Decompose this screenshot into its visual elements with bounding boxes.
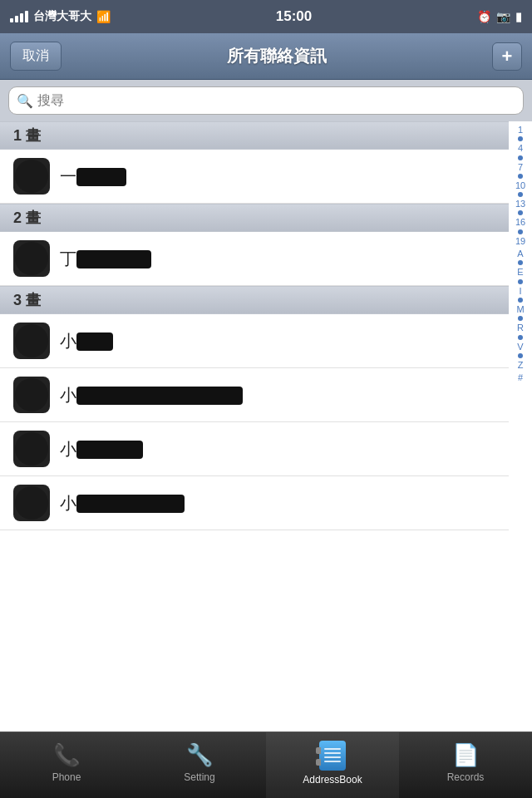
avatar bbox=[13, 158, 50, 195]
index-item[interactable] bbox=[518, 174, 523, 179]
nav-bar: 取消 所有聯絡資訊 + bbox=[0, 33, 532, 80]
add-contact-button[interactable]: + bbox=[492, 42, 522, 71]
redacted-name bbox=[76, 250, 151, 268]
avatar bbox=[13, 323, 50, 359]
index-item[interactable]: V bbox=[512, 341, 529, 352]
book-lines bbox=[324, 748, 341, 762]
index-item[interactable]: R bbox=[512, 322, 529, 333]
contact-name: 小 bbox=[60, 492, 185, 515]
avatar bbox=[13, 485, 50, 521]
index-item[interactable]: 1 bbox=[512, 124, 529, 135]
index-item[interactable] bbox=[518, 155, 523, 160]
tab-setting-label: Setting bbox=[184, 771, 214, 783]
index-item[interactable] bbox=[518, 136, 523, 141]
index-item[interactable]: 10 bbox=[512, 180, 529, 191]
status-right: ⏰ 📷 ▮ bbox=[477, 10, 522, 23]
index-item[interactable] bbox=[518, 192, 523, 197]
carrier-label: 台灣大哥大 bbox=[33, 9, 91, 24]
clock: 15:00 bbox=[276, 8, 312, 25]
contact-row[interactable]: 一 bbox=[0, 150, 509, 204]
index-item[interactable] bbox=[518, 316, 523, 321]
phone-icon: 📞 bbox=[53, 742, 80, 768]
tab-records-label: Records bbox=[447, 771, 485, 783]
battery-icon: ▮ bbox=[515, 10, 522, 23]
index-sidebar: 14710131619AEIMRVZ# bbox=[509, 121, 532, 732]
page-title: 所有聯絡資訊 bbox=[227, 45, 327, 67]
cancel-button[interactable]: 取消 bbox=[10, 42, 62, 71]
tab-bar: 📞 Phone 🔧 Setting AddressBook 📄 Records bbox=[0, 732, 532, 798]
avatar bbox=[13, 240, 50, 277]
index-item[interactable]: 4 bbox=[512, 142, 529, 154]
avatar bbox=[13, 377, 50, 413]
contact-name: 小 bbox=[60, 384, 243, 406]
redacted-name bbox=[76, 332, 113, 351]
section-header: 1 畫 bbox=[0, 121, 509, 150]
search-input[interactable] bbox=[8, 86, 524, 115]
contact-row[interactable]: 小 bbox=[0, 422, 509, 476]
search-icon: 🔍 bbox=[17, 93, 33, 109]
tab-addressbook-label: AddressBook bbox=[303, 774, 362, 786]
index-item[interactable]: I bbox=[512, 285, 529, 297]
index-item[interactable]: 16 bbox=[512, 216, 529, 228]
index-item[interactable]: A bbox=[512, 248, 529, 259]
contact-row[interactable]: 小 bbox=[0, 314, 509, 368]
status-bar: 台灣大哥大 📶 15:00 ⏰ 📷 ▮ bbox=[0, 0, 532, 33]
addressbook-icon bbox=[319, 741, 346, 771]
section-header: 2 畫 bbox=[0, 204, 509, 232]
index-item[interactable]: 13 bbox=[512, 198, 529, 209]
section-header: 3 畫 bbox=[0, 286, 509, 314]
setting-icon: 🔧 bbox=[186, 742, 213, 768]
contact-row[interactable]: 小 bbox=[0, 368, 509, 422]
contact-name: 小 bbox=[60, 330, 113, 352]
tab-records[interactable]: 📄 Records bbox=[399, 732, 532, 798]
avatar bbox=[13, 431, 50, 467]
alarm-icon: ⏰ bbox=[477, 10, 491, 23]
status-left: 台灣大哥大 📶 bbox=[10, 9, 111, 24]
index-item[interactable] bbox=[518, 335, 523, 340]
records-icon: 📄 bbox=[452, 742, 479, 768]
contact-list: 1 畫一2 畫丁3 畫小小小小 bbox=[0, 121, 532, 732]
index-item[interactable] bbox=[518, 229, 523, 234]
contact-row[interactable]: 小 bbox=[0, 476, 509, 530]
search-container: 🔍 bbox=[0, 80, 532, 121]
index-item[interactable] bbox=[518, 260, 523, 265]
index-item[interactable]: # bbox=[512, 372, 529, 383]
contact-name: 丁 bbox=[60, 248, 151, 270]
tab-phone-label: Phone bbox=[52, 771, 81, 783]
tab-setting[interactable]: 🔧 Setting bbox=[133, 732, 266, 798]
wifi-icon: 📶 bbox=[96, 10, 111, 23]
contact-name: 小 bbox=[60, 438, 143, 461]
redacted-name bbox=[76, 387, 243, 405]
index-item[interactable]: M bbox=[512, 303, 529, 315]
search-wrapper: 🔍 bbox=[8, 86, 524, 115]
redacted-name bbox=[76, 168, 126, 186]
index-item[interactable]: E bbox=[512, 266, 529, 278]
index-item[interactable]: Z bbox=[512, 359, 529, 371]
redacted-name bbox=[76, 441, 143, 459]
tab-addressbook[interactable]: AddressBook bbox=[266, 732, 399, 798]
contact-name: 一 bbox=[60, 165, 126, 188]
index-item[interactable] bbox=[518, 353, 523, 358]
redacted-name bbox=[76, 495, 185, 513]
index-item[interactable] bbox=[518, 298, 523, 303]
index-item[interactable]: 19 bbox=[512, 235, 529, 247]
index-item[interactable]: 7 bbox=[512, 161, 529, 173]
index-item[interactable] bbox=[518, 210, 523, 215]
index-item[interactable] bbox=[518, 279, 523, 284]
tab-phone[interactable]: 📞 Phone bbox=[0, 732, 133, 798]
contact-row[interactable]: 丁 bbox=[0, 232, 509, 286]
signal-bars bbox=[10, 11, 28, 22]
bluetooth-icon: 📷 bbox=[496, 10, 510, 23]
